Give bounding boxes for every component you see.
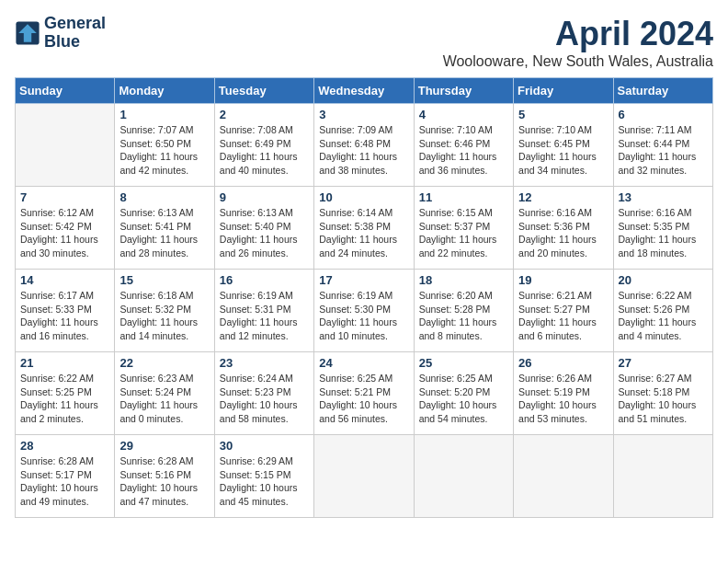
page-header: General Blue April 2024 Woolooware, New …	[15, 15, 713, 70]
day-number: 9	[220, 190, 309, 204]
day-info: Sunrise: 6:29 AM Sunset: 5:15 PM Dayligh…	[220, 454, 309, 509]
day-number: 3	[319, 108, 408, 121]
calendar-day-cell: 29Sunrise: 6:28 AM Sunset: 5:16 PM Dayli…	[115, 435, 214, 518]
day-info: Sunrise: 6:16 AM Sunset: 5:35 PM Dayligh…	[619, 206, 708, 260]
day-number: 30	[220, 439, 309, 453]
day-info: Sunrise: 6:13 AM Sunset: 5:41 PM Dayligh…	[119, 206, 209, 260]
day-number: 29	[119, 439, 209, 453]
calendar-day-cell: 6Sunrise: 7:11 AM Sunset: 6:44 PM Daylig…	[613, 104, 712, 187]
day-number: 10	[319, 190, 408, 204]
day-number: 6	[619, 108, 708, 121]
day-number: 20	[619, 273, 708, 287]
calendar-day-cell: 22Sunrise: 6:23 AM Sunset: 5:24 PM Dayli…	[115, 352, 214, 435]
calendar-day-cell: 18Sunrise: 6:20 AM Sunset: 5:28 PM Dayli…	[414, 270, 513, 352]
calendar-day-cell: 24Sunrise: 6:25 AM Sunset: 5:21 PM Dayli…	[314, 352, 414, 435]
day-number: 4	[419, 108, 508, 121]
logo: General Blue	[15, 15, 106, 52]
day-info: Sunrise: 7:11 AM Sunset: 6:44 PM Dayligh…	[619, 123, 708, 178]
calendar-day-cell: 26Sunrise: 6:26 AM Sunset: 5:19 PM Dayli…	[514, 352, 613, 435]
calendar-week-row: 14Sunrise: 6:17 AM Sunset: 5:33 PM Dayli…	[16, 270, 713, 352]
day-header: Sunday	[16, 78, 115, 104]
calendar-day-cell	[16, 104, 115, 187]
calendar-day-cell: 1Sunrise: 7:07 AM Sunset: 6:50 PM Daylig…	[115, 104, 214, 187]
day-info: Sunrise: 6:23 AM Sunset: 5:24 PM Dayligh…	[119, 372, 209, 426]
calendar-day-cell: 14Sunrise: 6:17 AM Sunset: 5:33 PM Dayli…	[16, 270, 115, 352]
day-info: Sunrise: 6:28 AM Sunset: 5:17 PM Dayligh…	[20, 454, 109, 509]
calendar-day-cell: 5Sunrise: 7:10 AM Sunset: 6:45 PM Daylig…	[514, 104, 613, 187]
day-info: Sunrise: 6:13 AM Sunset: 5:40 PM Dayligh…	[220, 206, 309, 260]
day-info: Sunrise: 6:18 AM Sunset: 5:32 PM Dayligh…	[119, 289, 209, 343]
logo-icon	[15, 20, 40, 46]
day-header: Tuesday	[214, 78, 313, 104]
day-number: 19	[518, 273, 608, 287]
calendar-day-cell: 16Sunrise: 6:19 AM Sunset: 5:31 PM Dayli…	[214, 270, 313, 352]
day-info: Sunrise: 7:09 AM Sunset: 6:48 PM Dayligh…	[319, 123, 408, 178]
day-header: Saturday	[613, 78, 712, 104]
calendar-day-cell: 20Sunrise: 6:22 AM Sunset: 5:26 PM Dayli…	[613, 270, 712, 352]
day-info: Sunrise: 6:19 AM Sunset: 5:30 PM Dayligh…	[319, 289, 408, 343]
day-number: 2	[220, 108, 309, 121]
day-number: 8	[119, 190, 209, 204]
calendar-day-cell: 2Sunrise: 7:08 AM Sunset: 6:49 PM Daylig…	[214, 104, 313, 187]
day-number: 25	[419, 356, 508, 370]
day-number: 13	[619, 190, 708, 204]
day-info: Sunrise: 6:12 AM Sunset: 5:42 PM Dayligh…	[20, 206, 109, 260]
day-info: Sunrise: 6:27 AM Sunset: 5:18 PM Dayligh…	[619, 372, 708, 426]
day-number: 18	[419, 273, 508, 287]
day-number: 23	[220, 356, 309, 370]
day-info: Sunrise: 7:07 AM Sunset: 6:50 PM Dayligh…	[119, 123, 209, 178]
calendar-day-cell: 11Sunrise: 6:15 AM Sunset: 5:37 PM Dayli…	[414, 187, 513, 270]
day-info: Sunrise: 6:17 AM Sunset: 5:33 PM Dayligh…	[20, 289, 109, 343]
month-title: April 2024	[443, 15, 713, 53]
day-header: Wednesday	[314, 78, 414, 104]
day-info: Sunrise: 6:28 AM Sunset: 5:16 PM Dayligh…	[119, 454, 209, 509]
calendar-day-cell: 7Sunrise: 6:12 AM Sunset: 5:42 PM Daylig…	[16, 187, 115, 270]
day-number: 15	[119, 273, 209, 287]
day-number: 14	[20, 273, 109, 287]
day-info: Sunrise: 6:24 AM Sunset: 5:23 PM Dayligh…	[220, 372, 309, 426]
calendar-day-cell: 27Sunrise: 6:27 AM Sunset: 5:18 PM Dayli…	[613, 352, 712, 435]
day-number: 1	[119, 108, 209, 121]
calendar-day-cell: 10Sunrise: 6:14 AM Sunset: 5:38 PM Dayli…	[314, 187, 414, 270]
day-number: 17	[319, 273, 408, 287]
calendar-day-cell	[613, 435, 712, 518]
day-info: Sunrise: 6:22 AM Sunset: 5:25 PM Dayligh…	[20, 372, 109, 426]
calendar-day-cell: 19Sunrise: 6:21 AM Sunset: 5:27 PM Dayli…	[514, 270, 613, 352]
day-info: Sunrise: 6:22 AM Sunset: 5:26 PM Dayligh…	[619, 289, 708, 343]
day-number: 21	[20, 356, 109, 370]
calendar-day-cell: 28Sunrise: 6:28 AM Sunset: 5:17 PM Dayli…	[16, 435, 115, 518]
day-number: 27	[619, 356, 708, 370]
day-header: Thursday	[414, 78, 513, 104]
day-number: 22	[119, 356, 209, 370]
day-info: Sunrise: 6:14 AM Sunset: 5:38 PM Dayligh…	[319, 206, 408, 260]
calendar-week-row: 1Sunrise: 7:07 AM Sunset: 6:50 PM Daylig…	[16, 104, 713, 187]
title-block: April 2024 Woolooware, New South Wales, …	[443, 15, 713, 70]
calendar-day-cell: 8Sunrise: 6:13 AM Sunset: 5:41 PM Daylig…	[115, 187, 214, 270]
calendar-day-cell	[514, 435, 613, 518]
day-number: 12	[518, 190, 608, 204]
day-info: Sunrise: 6:20 AM Sunset: 5:28 PM Dayligh…	[419, 289, 508, 343]
calendar-table: SundayMondayTuesdayWednesdayThursdayFrid…	[15, 77, 713, 518]
day-number: 28	[20, 439, 109, 453]
day-number: 7	[20, 190, 109, 204]
calendar-week-row: 7Sunrise: 6:12 AM Sunset: 5:42 PM Daylig…	[16, 187, 713, 270]
logo-text: General Blue	[44, 15, 106, 52]
calendar-day-cell: 9Sunrise: 6:13 AM Sunset: 5:40 PM Daylig…	[214, 187, 313, 270]
day-number: 11	[419, 190, 508, 204]
day-info: Sunrise: 6:26 AM Sunset: 5:19 PM Dayligh…	[518, 372, 608, 426]
day-number: 26	[518, 356, 608, 370]
day-info: Sunrise: 6:25 AM Sunset: 5:20 PM Dayligh…	[419, 372, 508, 426]
location-subtitle: Woolooware, New South Wales, Australia	[443, 53, 713, 70]
day-info: Sunrise: 6:21 AM Sunset: 5:27 PM Dayligh…	[518, 289, 608, 343]
day-info: Sunrise: 7:10 AM Sunset: 6:46 PM Dayligh…	[419, 123, 508, 178]
calendar-day-cell: 25Sunrise: 6:25 AM Sunset: 5:20 PM Dayli…	[414, 352, 513, 435]
calendar-day-cell: 15Sunrise: 6:18 AM Sunset: 5:32 PM Dayli…	[115, 270, 214, 352]
calendar-day-cell: 21Sunrise: 6:22 AM Sunset: 5:25 PM Dayli…	[16, 352, 115, 435]
calendar-day-cell: 23Sunrise: 6:24 AM Sunset: 5:23 PM Dayli…	[214, 352, 313, 435]
calendar-day-cell: 13Sunrise: 6:16 AM Sunset: 5:35 PM Dayli…	[613, 187, 712, 270]
calendar-day-cell: 17Sunrise: 6:19 AM Sunset: 5:30 PM Dayli…	[314, 270, 414, 352]
day-info: Sunrise: 7:10 AM Sunset: 6:45 PM Dayligh…	[518, 123, 608, 178]
calendar-day-cell: 4Sunrise: 7:10 AM Sunset: 6:46 PM Daylig…	[414, 104, 513, 187]
day-info: Sunrise: 7:08 AM Sunset: 6:49 PM Dayligh…	[220, 123, 309, 178]
calendar-week-row: 21Sunrise: 6:22 AM Sunset: 5:25 PM Dayli…	[16, 352, 713, 435]
